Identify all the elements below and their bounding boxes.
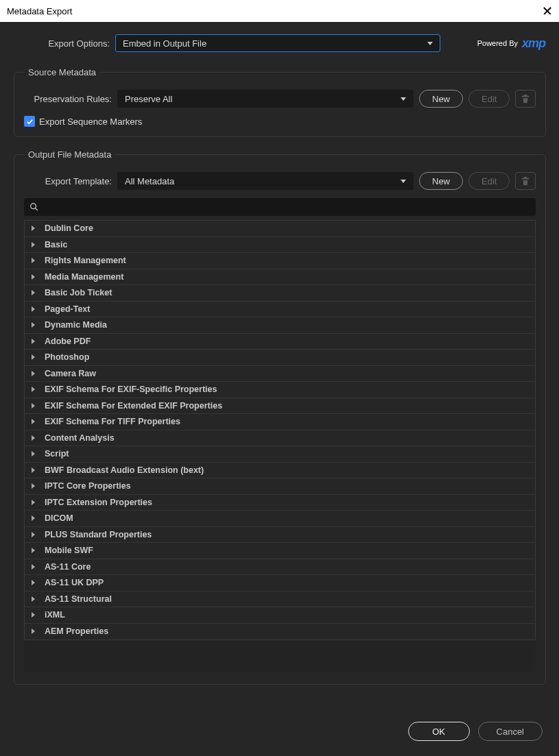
schema-item[interactable]: IPTC Core Properties xyxy=(25,478,535,495)
schema-item[interactable]: EXIF Schema For Extended EXIF Properties xyxy=(25,398,535,415)
schema-item-label: Camera Raw xyxy=(45,369,96,378)
window-title: Metadata Export xyxy=(7,6,72,16)
ok-button[interactable]: OK xyxy=(408,722,470,741)
schema-item[interactable]: IPTC Extension Properties xyxy=(25,495,535,511)
export-template-row: Export Template: All Metadata New Edit xyxy=(24,172,536,190)
chevron-right-icon xyxy=(32,306,35,312)
svg-point-0 xyxy=(31,204,36,209)
schema-item[interactable]: Rights Management xyxy=(25,253,535,269)
export-sequence-markers-row[interactable]: Export Sequence Markers xyxy=(24,116,536,127)
output-new-button[interactable]: New xyxy=(419,172,463,190)
schema-list-footer xyxy=(24,640,536,672)
schema-item-label: Paged-Text xyxy=(45,304,90,314)
chevron-right-icon xyxy=(32,483,35,489)
source-delete-button xyxy=(515,90,536,108)
chevron-right-icon xyxy=(32,564,35,570)
chevron-right-icon xyxy=(32,387,35,392)
chevron-right-icon xyxy=(32,371,35,376)
chevron-right-icon xyxy=(32,500,35,505)
schema-item-label: iXML xyxy=(45,610,65,620)
source-metadata-legend: Source Metadata xyxy=(24,67,100,77)
schema-item-label: EXIF Schema For Extended EXIF Properties xyxy=(45,401,222,411)
schema-item[interactable]: AS-11 Core xyxy=(25,559,535,576)
chevron-right-icon xyxy=(32,612,35,618)
chevron-right-icon xyxy=(32,629,35,634)
schema-item-label: Mobile SWF xyxy=(45,546,93,555)
export-sequence-markers-checkbox[interactable] xyxy=(24,116,35,127)
search-icon xyxy=(29,202,39,212)
schema-item-label: IPTC Core Properties xyxy=(45,481,131,491)
schema-item[interactable]: AEM Properties xyxy=(25,624,535,640)
powered-by-badge: Powered By xmp xyxy=(477,36,545,51)
schema-item-label: Rights Management xyxy=(45,256,126,265)
schema-item[interactable]: Script xyxy=(25,446,535,463)
trash-icon xyxy=(521,176,530,186)
schema-item-label: Dynamic Media xyxy=(45,320,107,330)
schema-item[interactable]: Camera Raw xyxy=(25,366,535,382)
checkmark-icon xyxy=(26,118,34,125)
chevron-right-icon xyxy=(32,419,35,424)
schema-item[interactable]: AS-11 Structural xyxy=(25,592,535,608)
chevron-right-icon xyxy=(32,354,35,360)
dialog-content: Export Options: Embed in Output File Pow… xyxy=(0,22,559,709)
schema-item-label: AS-11 Core xyxy=(45,562,91,572)
output-delete-button xyxy=(515,172,536,190)
schema-item-label: AS-11 UK DPP xyxy=(45,578,104,587)
chevron-right-icon xyxy=(32,532,35,537)
schema-item[interactable]: iXML xyxy=(25,607,535,624)
schema-item-label: DICOM xyxy=(45,513,73,523)
cancel-button[interactable]: Cancel xyxy=(478,722,543,741)
chevron-right-icon xyxy=(32,225,35,231)
schema-item-label: BWF Broadcast Audio Extension (bext) xyxy=(45,465,204,475)
schema-item[interactable]: Adobe PDF xyxy=(25,334,535,350)
schema-item-label: Basic Job Ticket xyxy=(45,288,112,297)
schema-item[interactable]: Paged-Text xyxy=(25,302,535,318)
close-icon[interactable] xyxy=(543,6,552,16)
preservation-rules-select[interactable]: Preserve All xyxy=(117,90,414,108)
output-file-metadata-group: Output File Metadata Export Template: Al… xyxy=(14,149,546,685)
schema-item[interactable]: EXIF Schema For EXIF-Specific Properties xyxy=(25,382,535,398)
chevron-right-icon xyxy=(32,274,35,280)
source-edit-button: Edit xyxy=(468,90,510,108)
chevron-right-icon xyxy=(32,322,35,328)
chevron-right-icon xyxy=(32,242,35,247)
export-template-label: Export Template: xyxy=(24,176,112,186)
dialog-button-row: OK Cancel xyxy=(0,709,559,753)
export-template-value: All Metadata xyxy=(125,176,174,186)
schema-item[interactable]: Dublin Core xyxy=(25,221,535,237)
chevron-right-icon xyxy=(32,451,35,456)
schema-item[interactable]: Basic Job Ticket xyxy=(25,285,535,302)
chevron-right-icon xyxy=(32,339,35,344)
schema-item[interactable]: Mobile SWF xyxy=(25,543,535,559)
export-template-select[interactable]: All Metadata xyxy=(117,172,414,190)
schema-item[interactable]: Photoshop xyxy=(25,350,535,366)
chevron-right-icon xyxy=(32,467,35,473)
preservation-rules-value: Preserve All xyxy=(125,94,172,104)
svg-line-1 xyxy=(36,208,38,210)
schema-item-label: Script xyxy=(45,449,69,459)
schema-item-label: IPTC Extension Properties xyxy=(45,498,152,507)
powered-by-label: Powered By xyxy=(477,39,518,47)
chevron-right-icon xyxy=(32,290,35,295)
chevron-right-icon xyxy=(32,548,35,553)
source-new-button[interactable]: New xyxy=(419,90,463,108)
schema-item[interactable]: BWF Broadcast Audio Extension (bext) xyxy=(25,463,535,479)
schema-item[interactable]: DICOM xyxy=(25,511,535,527)
schema-item[interactable]: Basic xyxy=(25,237,535,254)
schema-item-label: AEM Properties xyxy=(45,626,108,636)
schema-item[interactable]: AS-11 UK DPP xyxy=(25,575,535,592)
schema-search-input[interactable] xyxy=(43,202,531,212)
schema-item[interactable]: EXIF Schema For TIFF Properties xyxy=(25,414,535,430)
schema-searchbox[interactable] xyxy=(24,198,536,216)
trash-icon xyxy=(521,94,530,103)
schema-item[interactable]: Dynamic Media xyxy=(25,317,535,334)
export-options-select[interactable]: Embed in Output File xyxy=(115,34,440,52)
schema-item-label: Photoshop xyxy=(45,352,89,362)
preservation-rules-row: Preservation Rules: Preserve All New Edi… xyxy=(24,90,536,108)
schema-item[interactable]: PLUS Standard Properties xyxy=(25,527,535,544)
export-sequence-markers-label: Export Sequence Markers xyxy=(39,117,142,127)
chevron-right-icon xyxy=(32,580,35,585)
chevron-down-icon xyxy=(401,97,406,101)
schema-item[interactable]: Content Analysis xyxy=(25,430,535,447)
schema-item[interactable]: Media Management xyxy=(25,269,535,286)
